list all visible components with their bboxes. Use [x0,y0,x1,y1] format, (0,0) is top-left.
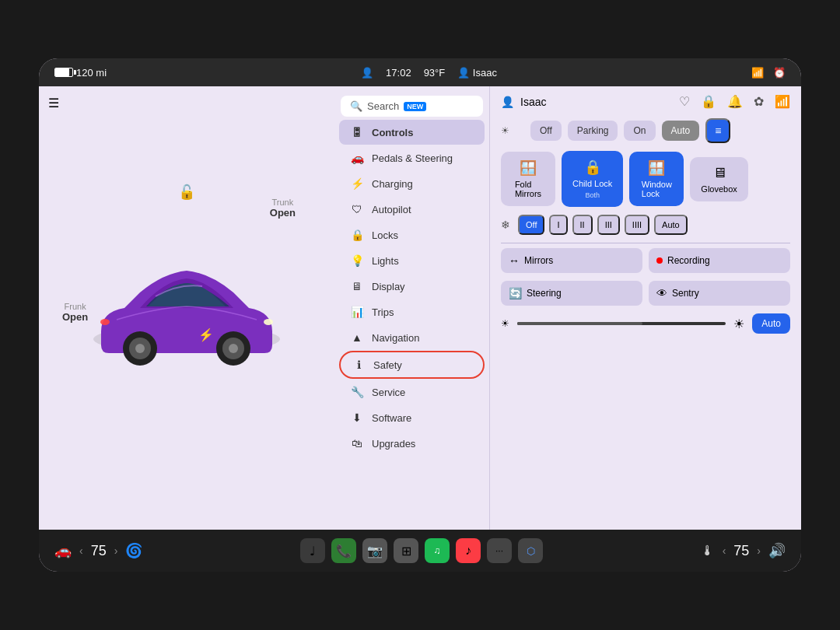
lights-on-btn[interactable]: On [624,121,655,141]
status-right: 📶 ⏰ [751,67,786,79]
temp-left: 75 [91,543,107,559]
lights-icon-btn[interactable]: ≡ [705,118,730,143]
heart-icon[interactable]: ♡ [679,94,690,109]
lights-icon: 💡 [350,254,364,267]
nav-panel: 🔍 Search NEW 🎛 Controls 🚗 Pedals & Steer… [334,86,490,530]
search-new-badge: NEW [404,102,426,111]
menu-icon[interactable]: ☰ [48,96,59,110]
controls-icon: 🎛 [350,126,364,138]
lights-auto-btn[interactable]: Auto [662,121,700,141]
upgrades-icon: 🛍 [350,437,364,450]
nav-item-lights[interactable]: 💡 Lights [339,248,485,273]
svg-point-7 [264,319,273,325]
safety-icon: ℹ [352,359,366,371]
glovebox-btn[interactable]: 🖥 Glovebox [690,157,747,201]
search-icon: 🔍 [350,100,362,112]
signal-icon[interactable]: 📶 [775,94,790,109]
mirrors-btn[interactable]: ↔ Mirrors [501,248,642,273]
nav-item-charging[interactable]: ⚡ Charging [339,171,485,196]
window-lock-btn[interactable]: 🪟 WindowLock [629,152,684,206]
fan-icon[interactable]: 🌀 [125,542,142,559]
vent-2-btn[interactable]: II [572,215,593,235]
vent-1-btn[interactable]: I [549,215,567,235]
charging-icon: ⚡ [350,177,364,190]
avatar-icon: 👤 [361,67,373,79]
search-bar[interactable]: 🔍 Search NEW [341,96,483,117]
nav-item-display[interactable]: 🖥 Display [339,274,485,299]
nav-item-autopilot[interactable]: 🛡 Autopilot [339,197,485,222]
chevron-right-1[interactable]: › [114,544,118,557]
music-icon[interactable]: ♩ [300,538,325,563]
nav-item-trips[interactable]: 📊 Trips [339,299,485,324]
nav-item-controls[interactable]: 🎛 Controls [339,120,485,145]
child-lock-icon: 🔒 [584,159,601,176]
chevron-left-2[interactable]: ‹ [723,544,726,557]
spotify-icon[interactable]: ♫ [425,538,450,563]
brightness-row: ☀ ☀ Auto [501,313,790,334]
vent-auto-btn[interactable]: Auto [654,215,688,235]
header-icons: ♡ 🔒 🔔 ✿ 📶 [679,94,790,109]
lock-grid: 🪟 FoldMirrors 🔒 Child Lock Both 🪟 Window… [501,151,790,207]
locks-label: Locks [372,229,398,241]
software-icon: ⬇ [350,411,364,424]
trunk-status: Trunk Open [270,198,296,219]
volume-icon[interactable]: 🔊 [768,542,786,559]
bluetooth-icon-taskbar[interactable]: ⬡ [518,538,543,563]
nav-item-safety[interactable]: ℹ Safety [339,351,485,379]
vent-4-btn[interactable]: IIII [625,215,649,235]
pedals-label: Pedals & Steering [372,152,453,164]
nav-item-pedals[interactable]: 🚗 Pedals & Steering [339,145,485,170]
lock-icon[interactable]: 🔒 [701,94,716,109]
car-svg: ⚡ [78,238,296,378]
controls-panel: 👤 Isaac ♡ 🔒 🔔 ✿ 📶 ☀ Off Parking On Auto [490,86,801,530]
feature-grid: ↔ Mirrors Recording [501,248,790,273]
fold-mirrors-btn[interactable]: 🪟 FoldMirrors [501,152,555,206]
car-icon[interactable]: 🚗 [54,542,72,559]
sentry-btn[interactable]: 👁 Sentry [649,281,790,306]
taskbar-left: 🚗 ‹ 75 › 🌀 [54,542,142,559]
nav-item-software[interactable]: ⬇ Software [339,405,485,430]
svg-point-8 [100,319,110,325]
nav-item-service[interactable]: 🔧 Service [339,380,485,404]
user-header: 👤 Isaac ♡ 🔒 🔔 ✿ 📶 [501,94,790,109]
glovebox-icon: 🖥 [712,165,726,181]
taskbar: 🚗 ‹ 75 › 🌀 ♩ 📞 📷 ⊞ ♫ ♪ ··· ⬡ 🌡 ‹ 75 › 🔊 [39,530,801,572]
status-center: 👤 17:02 93°F 👤 Isaac [361,67,497,79]
divider-1 [501,243,790,243]
bell-icon[interactable]: 🔔 [727,94,743,109]
lights-off-btn[interactable]: Off [530,121,562,141]
recording-btn[interactable]: Recording [649,248,790,273]
vent-3-btn[interactable]: III [597,215,620,235]
more-icon[interactable]: ··· [487,538,512,563]
chevron-right-2[interactable]: › [757,544,761,557]
lights-parking-btn[interactable]: Parking [568,121,618,141]
grid-icon[interactable]: ⊞ [394,538,418,563]
heat-icon[interactable]: 🌡 [701,543,715,559]
child-lock-label: Child Lock [572,179,612,188]
brightness-auto-btn[interactable]: Auto [752,313,790,334]
nav-item-upgrades[interactable]: 🛍 Upgrades [339,431,485,456]
user-name: Isaac [520,96,546,108]
nav-item-locks[interactable]: 🔒 Locks [339,222,485,247]
camera-icon[interactable]: 📷 [362,538,387,563]
user-display: 👤 Isaac [457,67,497,79]
steering-icon: 🔄 [509,287,522,299]
mirrors-label: Mirrors [524,255,553,266]
nav-item-navigation[interactable]: ▲ Navigation [339,325,485,350]
status-left: 120 mi [54,67,107,79]
trips-icon: 📊 [350,306,364,318]
window-lock-icon: 🪟 [648,159,665,177]
vent-off-btn[interactable]: Off [518,215,544,235]
lights-control-row: ☀ Off Parking On Auto ≡ [501,118,790,143]
brightness-icon: ☀ [501,318,509,329]
temperature-display: 93°F [424,67,446,79]
bluetooth-icon[interactable]: ✿ [754,94,764,109]
brightness-slider[interactable] [517,322,726,325]
autopilot-label: Autopilot [372,204,411,215]
apple-music-icon[interactable]: ♪ [456,538,481,563]
steering-btn[interactable]: 🔄 Steering [501,281,642,306]
chevron-left-1[interactable]: ‹ [79,544,83,557]
battery-icon [54,68,73,77]
child-lock-btn[interactable]: 🔒 Child Lock Both [562,151,623,207]
phone-icon[interactable]: 📞 [331,538,356,563]
